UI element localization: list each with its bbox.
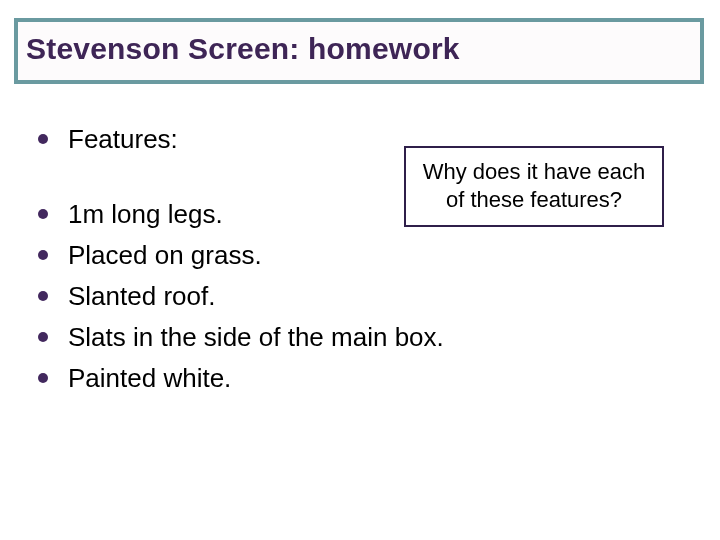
list-item-text: Slats in the side of the main box.: [68, 322, 444, 352]
list-item-text: Painted white.: [68, 363, 231, 393]
slide: Stevenson Screen: homework Features: 1m …: [0, 0, 720, 540]
list-item: Slats in the side of the main box.: [38, 320, 704, 355]
callout-text: Why does it have each of these features?: [423, 159, 646, 212]
list-item-text: Placed on grass.: [68, 240, 262, 270]
title-box: Stevenson Screen: homework: [14, 18, 704, 84]
list-item: Placed on grass.: [38, 238, 704, 273]
list-item: Painted white.: [38, 361, 704, 396]
list-item-text: Slanted roof.: [68, 281, 215, 311]
callout-box: Why does it have each of these features?: [404, 146, 664, 227]
slide-title: Stevenson Screen: homework: [26, 32, 692, 66]
list-item: Slanted roof.: [38, 279, 704, 314]
list-heading-text: Features:: [68, 124, 178, 154]
feature-list: 1m long legs. Placed on grass. Slanted r…: [38, 197, 704, 396]
list-item-text: 1m long legs.: [68, 199, 223, 229]
